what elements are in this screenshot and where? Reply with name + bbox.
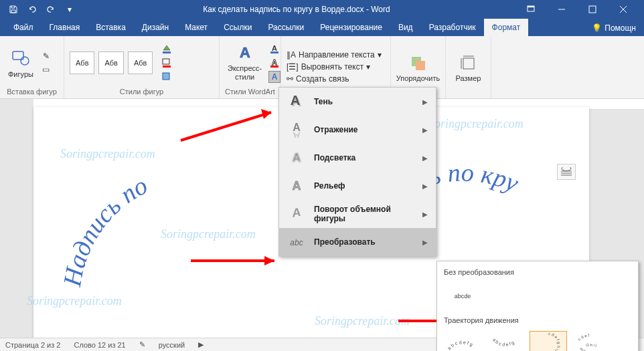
- size-button[interactable]: Размер: [453, 53, 484, 84]
- svg-text:A: A: [272, 44, 277, 52]
- tab-file[interactable]: Файл: [5, 19, 42, 36]
- svg-text:A: A: [291, 94, 300, 108]
- transform-arc-down[interactable]: a b c d e f g: [487, 331, 524, 351]
- chevron-right-icon: ▶: [422, 183, 428, 190]
- shape-outline-icon[interactable]: [161, 57, 173, 69]
- bevel-icon: A: [287, 177, 306, 195]
- shape-preset-1[interactable]: Абв: [70, 51, 94, 74]
- shadow-icon: AA: [287, 92, 306, 111]
- tab-insert[interactable]: Вставка: [88, 19, 134, 36]
- transform-circle[interactable]: c d e f g h i j a b: [530, 331, 567, 351]
- rotate-3d-icon: A: [287, 205, 306, 223]
- status-words[interactable]: Слово 12 из 21: [74, 341, 125, 349]
- maximize-button[interactable]: [577, 0, 608, 19]
- tab-home[interactable]: Главная: [42, 19, 88, 36]
- svg-text:A: A: [293, 179, 301, 193]
- edit-shape-icon[interactable]: ✎: [40, 50, 52, 62]
- window-controls: [515, 0, 639, 19]
- minimize-button[interactable]: [546, 0, 577, 19]
- watermark: Soringpcrepair.com: [27, 294, 122, 308]
- arrange-button[interactable]: Упорядочить: [394, 53, 442, 84]
- svg-text:abc: abc: [290, 238, 303, 247]
- transform-button[interactable]: c d e fG h i jm n o p: [572, 331, 610, 351]
- tell-me-help[interactable]: 💡Помощн: [584, 20, 644, 36]
- save-button[interactable]: [5, 1, 21, 17]
- menu-item-glow[interactable]: A Подсветка ▶: [279, 144, 436, 172]
- status-page[interactable]: Страница 2 из 2: [5, 341, 60, 349]
- tab-view[interactable]: Вид: [390, 19, 421, 36]
- svg-rect-16: [270, 66, 278, 68]
- undo-button[interactable]: [24, 1, 40, 17]
- status-proofing-icon[interactable]: ✎: [139, 340, 145, 349]
- svg-text:A: A: [293, 151, 301, 164]
- chevron-right-icon: ▶: [422, 211, 428, 218]
- express-styles-button[interactable]: A Экспресс- стили: [225, 43, 264, 82]
- layout-options-button[interactable]: [557, 164, 576, 180]
- chevron-right-icon: ▶: [422, 154, 428, 162]
- tab-references[interactable]: Ссылки: [216, 19, 260, 36]
- text-fill-icon[interactable]: A: [268, 43, 280, 55]
- chevron-right-icon: ▶: [422, 126, 428, 134]
- status-macro-icon[interactable]: ▶: [198, 340, 204, 349]
- curved-text-left: Надпись по: [54, 160, 288, 294]
- status-language[interactable]: русский: [159, 341, 185, 349]
- annotation-arrow-1: [174, 107, 288, 147]
- svg-text:A: A: [293, 130, 301, 138]
- text-direction-button[interactable]: ‖AНаправление текста ▾: [287, 50, 382, 60]
- tab-layout[interactable]: Макет: [177, 19, 216, 36]
- svg-rect-10: [163, 66, 171, 68]
- group-wordart-styles: A Экспресс- стили A A A Стили WordArt: [220, 36, 281, 98]
- transform-none[interactable]: abcde: [444, 283, 481, 310]
- svg-line-23: [181, 112, 271, 140]
- shape-effects-icon[interactable]: [161, 71, 173, 83]
- align-text-icon: [☰]: [287, 62, 299, 72]
- group-insert-shapes: Фигуры ✎ ▭ Вставка фигур: [0, 36, 64, 98]
- submenu-header-none: Без преобразования: [441, 265, 634, 279]
- shapes-gallery-button[interactable]: Фигуры: [5, 46, 36, 80]
- create-link-button[interactable]: ⚯Создать связь: [287, 74, 349, 84]
- tab-format[interactable]: Формат: [484, 19, 529, 36]
- text-box-icon[interactable]: ▭: [40, 64, 52, 76]
- tab-design[interactable]: Дизайн: [134, 19, 177, 36]
- tab-developer[interactable]: Разработчик: [421, 19, 484, 36]
- close-button[interactable]: [608, 0, 639, 19]
- shape-preset-2[interactable]: Абв: [98, 51, 123, 74]
- svg-point-7: [21, 57, 29, 65]
- reflection-icon: AA: [287, 120, 306, 139]
- svg-rect-14: [270, 51, 278, 53]
- menu-item-reflection[interactable]: AA Отражение ▶: [279, 116, 436, 144]
- menu-item-transform[interactable]: abc Преобразовать ▶: [279, 228, 436, 256]
- tab-mailings[interactable]: Рассылки: [260, 19, 312, 36]
- group-shape-styles: Абв Абв Абв Стили фигур: [64, 36, 220, 98]
- align-text-button[interactable]: [☰]Выровнять текст ▾: [287, 62, 370, 72]
- svg-text:a b c d e f g: a b c d e f g: [447, 340, 474, 350]
- menu-item-3d-rotate[interactable]: A Поворот объемной фигуры ▶: [279, 200, 436, 228]
- svg-text:G h i j: G h i j: [586, 343, 596, 347]
- text-effects-icon[interactable]: A: [268, 71, 280, 83]
- ribbon-options-button[interactable]: [515, 0, 546, 19]
- chevron-right-icon: ▶: [422, 98, 428, 106]
- qat-customize[interactable]: ▾: [62, 1, 78, 17]
- svg-rect-11: [163, 73, 169, 80]
- chevron-right-icon: ▶: [422, 239, 428, 246]
- svg-marker-26: [264, 256, 274, 265]
- watermark: Soringpcrepair.com: [428, 117, 524, 131]
- tab-review[interactable]: Рецензирование: [312, 19, 390, 36]
- menu-item-shadow[interactable]: AA Тень ▶: [279, 88, 436, 116]
- shape-fill-icon[interactable]: [161, 43, 173, 55]
- text-direction-icon: ‖A: [287, 50, 296, 60]
- window-title: Как сделать надпись по кругу в Ворде.doc…: [78, 5, 515, 14]
- title-bar: ▾ Как сделать надпись по кругу в Ворде.d…: [0, 0, 644, 19]
- svg-text:A: A: [293, 206, 301, 220]
- svg-rect-19: [416, 61, 425, 70]
- shape-preset-3[interactable]: Абв: [128, 51, 153, 74]
- transform-arc-up[interactable]: a b c d e f g: [444, 331, 481, 351]
- transform-submenu: Без преобразования abcde Траектория движ…: [436, 261, 639, 351]
- svg-text:c d e f: c d e f: [577, 333, 590, 341]
- text-outline-icon[interactable]: A: [268, 57, 280, 69]
- svg-text:A: A: [272, 58, 277, 66]
- link-icon: ⚯: [287, 74, 293, 84]
- submenu-header-path: Траектория движения: [441, 314, 634, 327]
- menu-item-bevel[interactable]: A Рельеф ▶: [279, 172, 436, 200]
- redo-button[interactable]: [43, 1, 59, 17]
